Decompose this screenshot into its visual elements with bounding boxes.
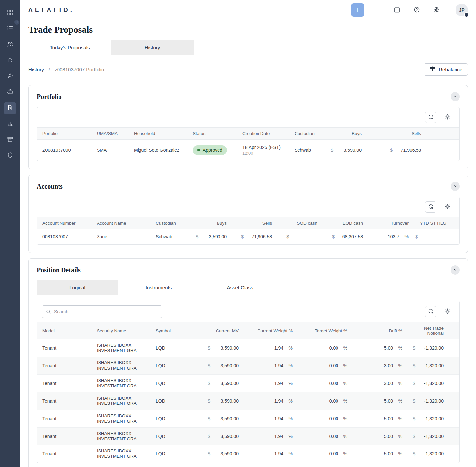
symbol-cell: LQD bbox=[150, 410, 190, 427]
breadcrumb-current: z0081037007 Portfolio bbox=[55, 67, 104, 72]
accounts-card: Accounts bbox=[28, 175, 468, 253]
position-details-title: Position Details bbox=[37, 266, 81, 274]
positions-collapse-button[interactable] bbox=[451, 265, 460, 275]
symbol-cell: LQD bbox=[150, 445, 190, 463]
account-name-cell: Zane bbox=[92, 229, 150, 245]
net-trade-notional-cell: $-1,320.00 bbox=[408, 445, 459, 463]
sidebar-item-automation[interactable] bbox=[4, 86, 16, 99]
accounts-collapse-button[interactable] bbox=[451, 182, 460, 191]
breadcrumb-history-link[interactable]: History bbox=[28, 67, 44, 72]
drift-cell: 5.00% bbox=[353, 339, 408, 357]
tab-asset-class[interactable]: Asset Class bbox=[199, 280, 281, 295]
sidebar-item-tasks[interactable] bbox=[4, 22, 16, 35]
dashboard-icon bbox=[7, 9, 14, 17]
sidebar-expand-toggle[interactable] bbox=[14, 20, 19, 25]
avatar-status-badge bbox=[464, 12, 469, 17]
help-icon bbox=[414, 6, 420, 14]
target-weight-cell: 0.00% bbox=[298, 445, 353, 463]
sells-cell: $71,906.58 bbox=[367, 140, 459, 161]
sidebar-item-marketplace[interactable] bbox=[4, 70, 16, 83]
portfolio-collapse-button[interactable] bbox=[451, 92, 460, 101]
sidebar-item-clients[interactable] bbox=[4, 38, 16, 51]
target-weight-cell: 0.00% bbox=[298, 357, 353, 374]
add-button[interactable]: + bbox=[351, 3, 364, 17]
col-net-trade-notional: Net Trade Notional bbox=[408, 322, 459, 339]
portfolio-card-title: Portfolio bbox=[37, 93, 62, 101]
chevron-down-icon bbox=[453, 184, 457, 189]
target-weight-cell: 0.00% bbox=[298, 392, 353, 410]
net-trade-notional-cell: $-1,320.00 bbox=[408, 410, 459, 427]
balance-scale-icon bbox=[429, 66, 436, 73]
bar-chart-icon bbox=[7, 120, 14, 128]
app-logo[interactable]: ΛLTΛFID. bbox=[28, 6, 74, 14]
uma-sma-cell: SMA bbox=[92, 140, 129, 161]
col-sells: Sells bbox=[232, 217, 277, 229]
calendar-button[interactable] bbox=[393, 6, 401, 14]
target-weight-cell: 0.00% bbox=[298, 374, 353, 392]
current-weight-cell: 1.94% bbox=[244, 410, 298, 427]
drift-cell: 5.00% bbox=[353, 410, 408, 427]
current-mv-cell: $3,590.00 bbox=[190, 357, 244, 374]
sidebar-item-analytics[interactable] bbox=[4, 118, 16, 130]
tab-logical[interactable]: Logical bbox=[37, 280, 118, 295]
portfolio-settings-button[interactable] bbox=[444, 114, 451, 121]
col-account-number: Account Number bbox=[37, 217, 92, 229]
positions-header-row: Model Security Name Symbol Current MV Cu… bbox=[37, 322, 459, 339]
refresh-icon bbox=[428, 308, 434, 315]
bug-report-button[interactable] bbox=[432, 6, 441, 14]
accounts-refresh-button[interactable] bbox=[425, 201, 436, 213]
sidebar-item-security[interactable] bbox=[4, 149, 16, 162]
model-cell: Tenant bbox=[37, 427, 92, 445]
gear-icon bbox=[444, 308, 451, 315]
breadcrumb: History / z0081037007 Portfolio bbox=[28, 67, 104, 72]
users-icon bbox=[7, 41, 14, 49]
current-weight-cell: 1.94% bbox=[244, 339, 298, 357]
sod-cash-cell: $- bbox=[277, 229, 323, 245]
position-row[interactable]: Tenant ISHARES IBOXX INVESTMENT GRA LQD … bbox=[37, 392, 459, 410]
rebalance-label: Rebalance bbox=[439, 67, 462, 72]
sidebar-item-integrations[interactable] bbox=[4, 54, 16, 67]
position-row[interactable]: Tenant ISHARES IBOXX INVESTMENT GRA LQD … bbox=[37, 357, 459, 374]
portfolio-refresh-button[interactable] bbox=[425, 112, 436, 123]
current-mv-cell: $3,590.00 bbox=[190, 339, 244, 357]
portfolio-row[interactable]: Z0081037000 SMA Miguel Soto Gonzalez App… bbox=[37, 140, 459, 161]
rebalance-button[interactable]: Rebalance bbox=[424, 63, 468, 76]
current-mv-cell: $3,590.00 bbox=[190, 445, 244, 463]
positions-settings-button[interactable] bbox=[444, 308, 451, 315]
breadcrumb-separator: / bbox=[49, 67, 50, 72]
position-row[interactable]: Tenant ISHARES IBOXX INVESTMENT GRA LQD … bbox=[37, 427, 459, 445]
account-row[interactable]: 0081037007 Zane Schwab $3,590.00 $71,906… bbox=[37, 229, 459, 245]
symbol-cell: LQD bbox=[150, 392, 190, 410]
tab-instruments[interactable]: Instruments bbox=[118, 280, 199, 295]
security-name-cell: ISHARES IBOXX INVESTMENT GRA bbox=[92, 357, 150, 374]
custodian-cell: Schwab bbox=[150, 229, 187, 245]
bug-icon bbox=[433, 6, 440, 14]
net-trade-notional-cell: $-1,320.00 bbox=[408, 374, 459, 392]
gear-icon bbox=[444, 203, 451, 211]
accounts-table: Account Number Account Name Custodian Bu… bbox=[37, 217, 459, 244]
positions-search-input[interactable] bbox=[42, 305, 162, 318]
sidebar-item-trade-proposals[interactable] bbox=[4, 102, 16, 114]
col-buys: Buys bbox=[329, 128, 367, 140]
current-mv-cell: $3,590.00 bbox=[190, 410, 244, 427]
tab-history[interactable]: History bbox=[111, 40, 194, 55]
household-cell: Miguel Soto Gonzalez bbox=[129, 140, 187, 161]
portfolio-card: Portfolio bbox=[28, 85, 468, 169]
net-trade-notional-cell: $-1,320.00 bbox=[408, 357, 459, 374]
model-cell: Tenant bbox=[37, 339, 92, 357]
position-row[interactable]: Tenant ISHARES IBOXX INVESTMENT GRA LQD … bbox=[37, 374, 459, 392]
col-buys: Buys bbox=[187, 217, 232, 229]
col-household: Household bbox=[129, 128, 187, 140]
tab-todays-proposals[interactable]: Today's Proposals bbox=[28, 40, 111, 55]
sidebar-item-archive[interactable] bbox=[4, 134, 16, 146]
page-tabs: Today's Proposals History bbox=[28, 40, 468, 55]
position-row[interactable]: Tenant ISHARES IBOXX INVESTMENT GRA LQD … bbox=[37, 410, 459, 427]
positions-refresh-button[interactable] bbox=[425, 306, 436, 317]
col-current-mv: Current MV bbox=[190, 322, 244, 339]
position-row[interactable]: Tenant ISHARES IBOXX INVESTMENT GRA LQD … bbox=[37, 445, 459, 463]
accounts-settings-button[interactable] bbox=[444, 203, 451, 211]
position-row[interactable]: Tenant ISHARES IBOXX INVESTMENT GRA LQD … bbox=[37, 339, 459, 357]
help-button[interactable] bbox=[413, 6, 421, 14]
avatar[interactable]: JP bbox=[456, 4, 468, 16]
sidebar-item-dashboard[interactable] bbox=[4, 7, 16, 19]
